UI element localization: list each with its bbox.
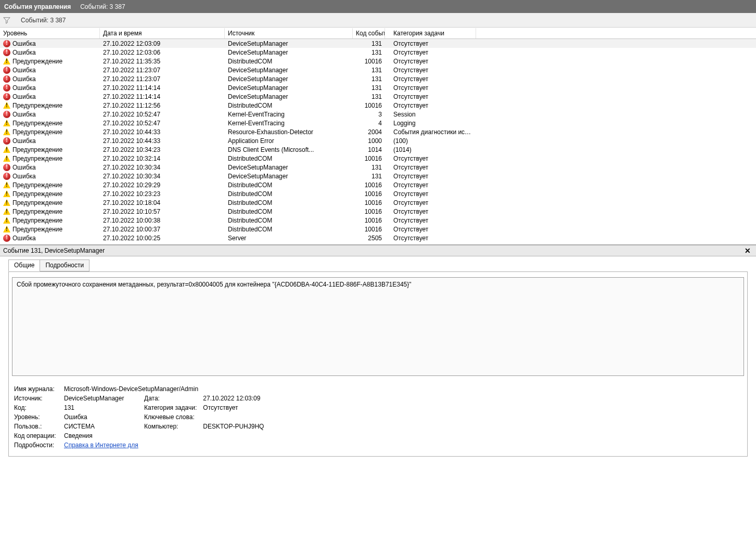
tab-general[interactable]: Общие — [8, 259, 40, 271]
table-row[interactable]: Предупреждение27.10.2022 10:34:23DNS Cli… — [0, 145, 756, 154]
table-row[interactable]: Предупреждение27.10.2022 10:10:57Distrib… — [0, 207, 756, 216]
cell-source: DistributedCOM — [225, 217, 353, 224]
cell-code: 131 — [353, 84, 385, 92]
level-text: Ошибка — [12, 235, 36, 242]
close-icon[interactable]: ✕ — [742, 246, 753, 255]
cell-level: Ошибка — [0, 111, 100, 118]
level-text: Ошибка — [12, 40, 36, 47]
cell-source: DeviceSetupManager — [225, 67, 353, 74]
col-source[interactable]: Источник — [225, 28, 353, 38]
cell-source: DistributedCOM — [225, 199, 353, 206]
cell-source: DistributedCOM — [225, 181, 353, 189]
error-icon — [3, 111, 10, 118]
col-datetime[interactable]: Дата и время — [100, 28, 225, 38]
table-row[interactable]: Ошибка27.10.2022 10:00:25Server2505Отсут… — [0, 233, 756, 242]
tab-details[interactable]: Подробности — [40, 259, 89, 271]
error-icon — [3, 173, 10, 180]
level-text: Предупреждение — [12, 199, 62, 206]
lbl-code: Код: — [11, 403, 61, 412]
cell-level: Ошибка — [0, 93, 100, 100]
table-row[interactable]: Ошибка27.10.2022 11:14:14DeviceSetupMana… — [0, 92, 756, 101]
table-row[interactable]: Предупреждение27.10.2022 10:23:23Distrib… — [0, 189, 756, 198]
lbl-opcode: Код операции: — [11, 431, 61, 440]
col-code[interactable]: Код события — [353, 28, 385, 38]
cell-code: 10016 — [353, 58, 385, 65]
error-icon — [3, 235, 10, 242]
cell-source: Kernel-EventTracing — [225, 111, 353, 118]
cell-task: Отсутствует — [390, 235, 476, 242]
table-row[interactable]: Ошибка27.10.2022 10:52:47Kernel-EventTra… — [0, 110, 756, 119]
cell-code: 10016 — [353, 155, 385, 162]
table-row[interactable]: Ошибка27.10.2022 10:44:33Application Err… — [0, 136, 756, 145]
cell-datetime: 27.10.2022 11:12:56 — [100, 102, 225, 109]
level-text: Ошибка — [12, 173, 36, 180]
link-online-help[interactable]: Справка в Интернете для — [64, 442, 138, 449]
val-date: 27.10.2022 12:03:09 — [200, 394, 267, 403]
table-row[interactable]: Предупреждение27.10.2022 10:32:14Distrib… — [0, 154, 756, 163]
cell-level: Предупреждение — [0, 208, 100, 215]
cell-task: Отсутствует — [390, 190, 476, 198]
cell-source: DeviceSetupManager — [225, 75, 353, 83]
warning-icon — [3, 190, 10, 197]
table-row[interactable]: Ошибка27.10.2022 10:30:34DeviceSetupMana… — [0, 163, 756, 172]
table-row[interactable]: Ошибка27.10.2022 10:30:34DeviceSetupMana… — [0, 172, 756, 180]
cell-task: Отсутствует — [390, 49, 476, 56]
filter-icon[interactable] — [3, 17, 10, 24]
table-row[interactable]: Ошибка27.10.2022 11:23:07DeviceSetupMana… — [0, 74, 756, 83]
table-row[interactable]: Предупреждение27.10.2022 10:29:29Distrib… — [0, 180, 756, 189]
table-row[interactable]: Предупреждение27.10.2022 10:00:38Distrib… — [0, 216, 756, 225]
cell-datetime: 27.10.2022 10:18:04 — [100, 199, 225, 206]
table-row[interactable]: Ошибка27.10.2022 12:03:06DeviceSetupMana… — [0, 48, 756, 57]
table-row[interactable]: Предупреждение27.10.2022 10:44:33Resourc… — [0, 127, 756, 136]
table-row[interactable]: Предупреждение27.10.2022 11:12:56Distrib… — [0, 101, 756, 110]
error-icon — [3, 75, 10, 83]
cell-level: Ошибка — [0, 40, 100, 47]
cell-code: 10016 — [353, 102, 385, 109]
level-text: Ошибка — [12, 93, 36, 100]
warning-icon — [3, 146, 10, 153]
cell-task: Отсутствует — [390, 173, 476, 180]
cell-task: Отсутствует — [390, 40, 476, 47]
cell-source: Resource-Exhaustion-Detector — [225, 128, 353, 136]
cell-level: Предупреждение — [0, 102, 100, 109]
cell-code: 131 — [353, 75, 385, 83]
col-level[interactable]: Уровень — [0, 28, 100, 38]
table-row[interactable]: Предупреждение27.10.2022 11:35:35Distrib… — [0, 57, 756, 66]
table-row[interactable]: Предупреждение27.10.2022 10:00:37Distrib… — [0, 225, 756, 233]
lbl-keywords: Ключевые слова: — [134, 412, 200, 422]
lbl-computer: Компьютер: — [134, 422, 200, 431]
cell-code: 2004 — [353, 128, 385, 136]
table-row[interactable]: Предупреждение27.10.2022 10:18:04Distrib… — [0, 198, 756, 207]
cell-source: DeviceSetupManager — [225, 49, 353, 56]
grid-body[interactable]: Ошибка27.10.2022 12:03:09DeviceSetupMana… — [0, 39, 756, 244]
warning-icon — [3, 155, 10, 162]
cell-datetime: 27.10.2022 10:44:33 — [100, 128, 225, 136]
cell-task: Отсутствует — [390, 226, 476, 233]
lbl-task: Категория задачи: — [134, 403, 200, 412]
cell-level: Ошибка — [0, 84, 100, 92]
toolbar-count: Событий: 3 387 — [21, 17, 66, 24]
warning-icon — [3, 217, 10, 224]
cell-datetime: 27.10.2022 10:29:29 — [100, 181, 225, 189]
table-row[interactable]: Ошибка27.10.2022 11:23:07DeviceSetupMana… — [0, 66, 756, 74]
cell-source: DeviceSetupManager — [225, 93, 353, 100]
level-text: Ошибка — [12, 75, 36, 83]
level-text: Ошибка — [12, 164, 36, 171]
level-text: Предупреждение — [12, 128, 62, 136]
level-text: Ошибка — [12, 84, 36, 92]
window-title: События управления — [4, 3, 71, 10]
cell-code: 131 — [353, 173, 385, 180]
error-icon — [3, 93, 10, 100]
lbl-more: Подробности: — [11, 440, 61, 450]
cell-level: Предупреждение — [0, 199, 100, 206]
cell-source: DistributedCOM — [225, 226, 353, 233]
table-row[interactable]: Предупреждение27.10.2022 10:52:47Kernel-… — [0, 119, 756, 127]
table-row[interactable]: Ошибка27.10.2022 12:03:09DeviceSetupMana… — [0, 39, 756, 48]
col-task[interactable]: Категория задачи — [390, 28, 476, 38]
cell-task: (100) — [390, 137, 476, 145]
table-row[interactable]: Ошибка27.10.2022 11:14:14DeviceSetupMana… — [0, 83, 756, 92]
cell-datetime: 27.10.2022 10:30:34 — [100, 164, 225, 171]
cell-code: 131 — [353, 67, 385, 74]
cell-task: Отсутствует — [390, 58, 476, 65]
cell-level: Ошибка — [0, 137, 100, 145]
